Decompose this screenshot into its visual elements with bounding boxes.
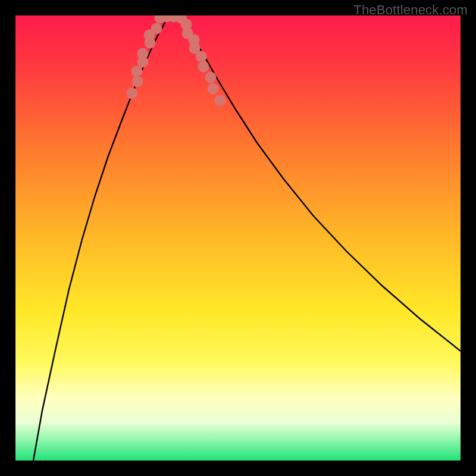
data-dot xyxy=(208,83,219,95)
outer-frame: TheBottleneck.com xyxy=(0,0,476,476)
data-dot xyxy=(132,76,143,87)
data-dot xyxy=(131,66,143,77)
plot-area xyxy=(15,15,461,461)
data-dot xyxy=(196,51,207,62)
data-dot xyxy=(127,88,138,99)
data-dot xyxy=(215,95,226,107)
data-dot xyxy=(151,23,162,35)
data-dot xyxy=(205,72,217,83)
data-dot xyxy=(198,61,209,73)
data-dots xyxy=(127,15,226,107)
data-dot xyxy=(137,48,149,60)
bottleneck-curve xyxy=(33,17,461,461)
curve-layer xyxy=(15,15,461,461)
